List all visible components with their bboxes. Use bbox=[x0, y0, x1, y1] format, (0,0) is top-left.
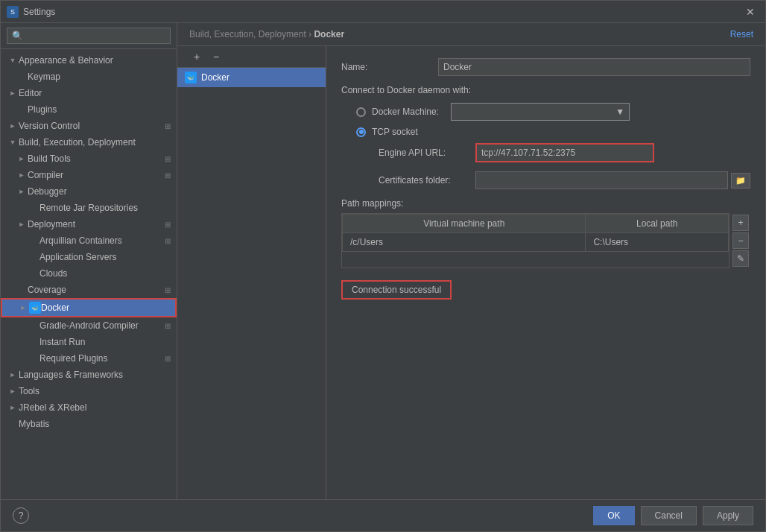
sidebar-item-label: Plugins bbox=[28, 104, 57, 115]
ext-icon: ⊞ bbox=[165, 155, 171, 163]
sidebar-item-docker[interactable]: 🐳 Docker bbox=[1, 298, 177, 317]
table-row: /c/Users C:\Users bbox=[343, 233, 729, 252]
sidebar-item-gradle-android[interactable]: Gradle-Android Compiler ⊞ bbox=[1, 317, 177, 334]
docker-machine-row: Docker Machine: ▼ bbox=[341, 103, 750, 121]
sidebar-item-debugger[interactable]: Debugger bbox=[1, 183, 177, 200]
panel-body: + − 🐳 Docker Name: bbox=[177, 46, 765, 499]
arrow-icon bbox=[17, 302, 29, 314]
close-button[interactable]: ✕ bbox=[741, 4, 759, 19]
config-item-label: Docker bbox=[201, 72, 230, 83]
arrow-icon bbox=[7, 120, 19, 132]
ext-icon: ⊞ bbox=[165, 122, 171, 130]
sidebar-item-tools[interactable]: Tools bbox=[1, 383, 177, 399]
sidebar-item-arquillian[interactable]: Arquillian Containers ⊞ bbox=[1, 232, 177, 249]
sidebar-item-keymap[interactable]: Keymap bbox=[1, 69, 177, 85]
ext-icon: ⊞ bbox=[165, 221, 171, 229]
ok-button[interactable]: OK bbox=[593, 506, 634, 525]
apply-button[interactable]: Apply bbox=[703, 506, 753, 525]
remove-button[interactable]: − bbox=[209, 49, 224, 64]
sidebar-item-appearance[interactable]: Appearance & Behavior bbox=[1, 52, 177, 69]
sidebar-item-label: Remote Jar Repositories bbox=[39, 203, 138, 213]
arrow-icon bbox=[28, 267, 39, 279]
sidebar-item-label: Version Control bbox=[19, 121, 80, 131]
app-icon: S bbox=[7, 6, 19, 18]
sidebar-item-label: Arquillian Containers bbox=[39, 235, 122, 246]
sidebar-item-build-exec[interactable]: Build, Execution, Deployment bbox=[1, 134, 177, 151]
search-input[interactable] bbox=[7, 28, 171, 44]
sidebar-item-clouds[interactable]: Clouds bbox=[1, 265, 177, 282]
edit-path-button[interactable]: ✎ bbox=[732, 250, 749, 267]
docker-icon: 🐳 bbox=[29, 302, 41, 314]
sidebar-item-label: Instant Run bbox=[39, 337, 85, 347]
arrow-icon bbox=[7, 402, 19, 414]
ext-icon: ⊞ bbox=[165, 355, 171, 363]
sidebar-item-build-tools[interactable]: Build Tools ⊞ bbox=[1, 151, 177, 167]
sidebar-item-compiler[interactable]: Compiler ⊞ bbox=[1, 167, 177, 183]
ext-icon: ⊞ bbox=[165, 171, 171, 180]
docker-machine-label: Docker Machine: bbox=[372, 107, 439, 117]
name-field bbox=[438, 58, 750, 76]
remove-path-button[interactable]: − bbox=[732, 232, 749, 249]
breadcrumb-path: Build, Execution, Deployment bbox=[189, 29, 306, 39]
sidebar-item-label: Build Tools bbox=[28, 153, 71, 164]
engine-api-url-input[interactable] bbox=[475, 143, 654, 162]
name-input[interactable] bbox=[438, 58, 750, 76]
path-table: Virtual machine path Local path /c/Users… bbox=[342, 214, 729, 252]
arrow-icon bbox=[16, 186, 28, 197]
arrow-icon bbox=[7, 369, 19, 381]
search-box bbox=[1, 23, 177, 49]
sidebar-item-languages[interactable]: Languages & Frameworks bbox=[1, 367, 177, 383]
ext-icon: ⊞ bbox=[165, 237, 171, 245]
sidebar-item-label: Build, Execution, Deployment bbox=[19, 137, 136, 148]
add-button[interactable]: + bbox=[189, 49, 204, 64]
cert-folder-browse-button[interactable]: 📁 bbox=[731, 173, 750, 189]
sidebar-item-instant-run[interactable]: Instant Run bbox=[1, 334, 177, 350]
path-mappings-section: Path mappings: Virtual machine path Loca… bbox=[341, 198, 750, 268]
breadcrumb: Build, Execution, Deployment › Docker bbox=[189, 29, 344, 39]
sidebar-item-label: Appearance & Behavior bbox=[19, 55, 113, 66]
sidebar-item-remote-jar[interactable]: Remote Jar Repositories bbox=[1, 200, 177, 216]
sidebar-item-label: Debugger bbox=[28, 186, 67, 197]
cancel-button[interactable]: Cancel bbox=[641, 506, 697, 525]
sidebar: Appearance & Behavior Keymap Editor Plug… bbox=[1, 23, 177, 499]
toolbar: + − bbox=[177, 46, 326, 68]
sidebar-item-app-servers[interactable]: Application Servers bbox=[1, 249, 177, 265]
help-button[interactable]: ? bbox=[13, 507, 29, 524]
vm-path-cell: /c/Users bbox=[343, 233, 586, 252]
config-item-docker[interactable]: 🐳 Docker bbox=[177, 68, 326, 87]
arrow-icon bbox=[16, 169, 28, 181]
sidebar-item-jrebel[interactable]: JRebel & XRebel bbox=[1, 399, 177, 416]
connection-status-text: Connection successful bbox=[352, 285, 441, 295]
cert-folder-row: Certificates folder: 📁 bbox=[341, 171, 750, 189]
arrow-icon bbox=[7, 87, 19, 99]
sidebar-item-label: Languages & Frameworks bbox=[19, 370, 123, 380]
sidebar-item-mybatis[interactable]: Mybatis bbox=[1, 416, 177, 432]
sidebar-item-plugins[interactable]: Plugins bbox=[1, 101, 177, 118]
sidebar-item-required-plugins[interactable]: Required Plugins ⊞ bbox=[1, 350, 177, 367]
vm-path-header: Virtual machine path bbox=[343, 215, 586, 233]
add-path-button[interactable]: + bbox=[732, 215, 749, 231]
sidebar-item-label: Clouds bbox=[39, 268, 67, 279]
arrow-icon bbox=[28, 336, 39, 348]
sidebar-item-label: Compiler bbox=[28, 170, 63, 180]
sidebar-item-label: Mybatis bbox=[19, 419, 49, 429]
sidebar-item-label: Tools bbox=[19, 386, 39, 396]
path-table-wrapper: Virtual machine path Local path /c/Users… bbox=[341, 213, 750, 268]
tcp-socket-radio[interactable] bbox=[356, 127, 366, 137]
reset-button[interactable]: Reset bbox=[730, 29, 753, 39]
content-area: Appearance & Behavior Keymap Editor Plug… bbox=[1, 23, 765, 499]
arrow-icon bbox=[28, 352, 39, 364]
sidebar-item-editor[interactable]: Editor bbox=[1, 85, 177, 101]
arrow-icon bbox=[28, 320, 39, 332]
settings-form: Name: Connect to Docker daemon with: Doc… bbox=[326, 46, 765, 499]
docker-machine-dropdown[interactable]: ▼ bbox=[451, 103, 630, 121]
sidebar-item-coverage[interactable]: Coverage ⊞ bbox=[1, 282, 177, 298]
arrow-icon bbox=[16, 153, 28, 165]
sidebar-item-deployment[interactable]: Deployment ⊞ bbox=[1, 216, 177, 232]
docker-machine-radio[interactable] bbox=[356, 107, 366, 117]
connect-section: Connect to Docker daemon with: bbox=[341, 85, 750, 95]
sidebar-item-version-control[interactable]: Version Control ⊞ bbox=[1, 118, 177, 134]
tcp-socket-row: TCP socket bbox=[341, 127, 750, 137]
cert-folder-input[interactable] bbox=[475, 171, 728, 189]
sidebar-item-label: Docker bbox=[41, 303, 69, 313]
